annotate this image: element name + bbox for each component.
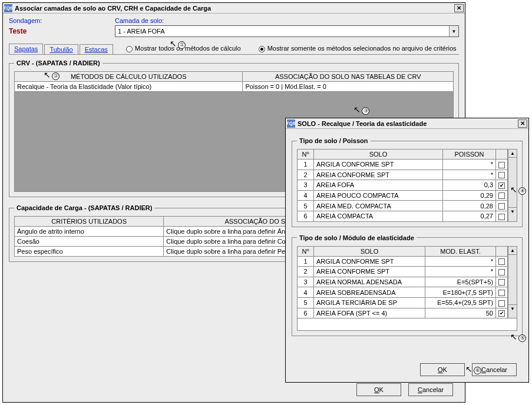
table-row[interactable]: 2AREIA CONFORME SPT* (298, 170, 508, 180)
cursor-icon: ↖③ (353, 105, 369, 115)
ok-button[interactable]: OK (420, 363, 465, 376)
checkbox[interactable]: ✔ (498, 182, 505, 189)
solo-title: SOLO - Recalque / Teoria da eslasticidad… (298, 120, 518, 127)
table-row[interactable]: 1ARGILA CONFORME SPT* (298, 160, 508, 170)
poisson-legend: Tipo de solo / Poisson (297, 137, 371, 144)
camada-label: Camada de solo: (115, 17, 459, 24)
checkbox[interactable] (498, 279, 505, 286)
table-row[interactable]: 1ARGILA CONFORME SPT* (298, 256, 508, 267)
poisson-table: Nº SOLO POISSON 1ARGILA CONFORME SPT* 2A… (297, 149, 508, 222)
close-icon[interactable]: ✕ (518, 119, 527, 128)
table-row[interactable]: 4AREIA POUCO COMPACTA0,29 (298, 190, 508, 201)
camada-value: 1 - AREIA FOFA (118, 28, 164, 35)
crv-h2: ASSOCIAÇÃO DO SOLO NAS TABELAS DE CRV (243, 72, 454, 82)
cursor-icon: ↖① (170, 39, 186, 49)
checkbox[interactable]: ✔ (498, 310, 505, 317)
cursor-icon: ↖⑥ (465, 364, 481, 374)
radio-selected-methods[interactable]: Mostrar somente os métodos selecionados … (259, 45, 457, 52)
tab-tubulao[interactable]: Tubulão (44, 44, 78, 54)
tab-estacas[interactable]: Estacas (80, 44, 113, 54)
table-row[interactable]: 5AREIA MED. COMPACTA0,28 (298, 201, 508, 211)
scroll-up-icon[interactable]: ▲ (508, 247, 517, 255)
checkbox[interactable] (498, 290, 505, 296)
table-row[interactable]: 6AREIA COMPACTA0,27 (298, 211, 508, 221)
poisson-group: Tipo de solo / Poisson Nº SOLO POISSON 1… (292, 137, 523, 227)
chevron-down-icon[interactable]: ▼ (449, 26, 458, 36)
close-icon[interactable]: ✕ (454, 4, 464, 12)
crv-method: Recalque - Teoria da Elasticidade (Valor… (15, 82, 243, 92)
cap-h1: CRITÉRIOS UTILIZADOS (15, 217, 164, 227)
checkbox[interactable] (498, 214, 505, 220)
crv-legend: CRV - (SAPATAS / RADIER) (14, 59, 103, 67)
checkbox[interactable] (498, 300, 505, 307)
tab-bar: Sapatas Tubulão Estacas Mostrar todos os… (9, 43, 459, 55)
app-icon: TQS (287, 119, 295, 128)
capacity-legend: Capacidade de Carga - (SAPATAS / RADIER) (14, 204, 154, 211)
sondagem-value: Teste (9, 27, 91, 35)
tab-sapatas[interactable]: Sapatas (9, 44, 43, 54)
checkbox[interactable] (498, 172, 505, 178)
checkbox[interactable] (498, 258, 505, 265)
table-row[interactable]: 4AREIA SOBREADENSADAE=180+(7,5 SPT) (298, 287, 508, 298)
scrollbar[interactable]: ▲ ▼ (508, 246, 517, 319)
checkbox[interactable] (498, 162, 505, 168)
solo-titlebar[interactable]: TQS SOLO - Recalque / Teoria da eslastic… (286, 118, 528, 129)
app-icon: TQS (4, 4, 12, 12)
main-title: Associar camadas de solo ao CRV, CRH e C… (15, 5, 454, 12)
crv-assoc: Poisson = 0 | Mód.Elast. = 0 (243, 82, 454, 92)
checkbox[interactable] (498, 269, 505, 275)
scroll-down-icon[interactable]: ▼ (508, 207, 517, 215)
cursor-icon: ↖⑤ (510, 332, 526, 342)
scroll-up-icon[interactable]: ▲ (508, 150, 517, 158)
crv-table: MÉTODOS DE CÁLCULO UTILIZADOS ASSOCIAÇÃO… (14, 71, 454, 92)
table-row[interactable]: 5ARGILA TERCIÁRIA DE SPE=55,4+(29,5 SPT) (298, 297, 508, 308)
table-row[interactable]: 2AREIA CONFORME SPT* (298, 267, 508, 277)
modulo-group: Tipo de solo / Módulo de elasticidade Nº… (292, 234, 523, 337)
checkbox[interactable] (498, 192, 505, 199)
camada-dropdown[interactable]: 1 - AREIA FOFA ▼ (115, 25, 459, 37)
scroll-down-icon[interactable]: ▼ (508, 304, 517, 313)
ok-button[interactable]: OK (356, 383, 401, 396)
modulo-input-strip[interactable] (297, 318, 517, 331)
modulo-table: Nº SOLO MOD. ELAST. 1ARGILA CONFORME SPT… (297, 246, 508, 319)
cursor-icon: ↖② (44, 70, 60, 80)
modulo-legend: Tipo de solo / Módulo de elasticidade (297, 234, 417, 241)
crv-row[interactable]: Recalque - Teoria da Elasticidade (Valor… (15, 82, 454, 92)
cursor-icon: ↖④ (510, 185, 526, 195)
checkbox[interactable] (498, 203, 505, 210)
table-row[interactable]: 6AREIA FOFA (SPT <= 4)50✔ (298, 308, 508, 318)
table-row[interactable]: 3AREIA NORMAL ADENSADAE=5(SPT+5) (298, 277, 508, 287)
cancel-button[interactable]: Cancelar (408, 383, 453, 396)
main-titlebar[interactable]: TQS Associar camadas de solo ao CRV, CRH… (3, 3, 465, 14)
solo-dialog: TQS SOLO - Recalque / Teoria da eslastic… (285, 118, 529, 383)
sondagem-label: Sondagem: (9, 17, 91, 24)
table-row[interactable]: 3AREIA FOFA0,3✔ (298, 180, 508, 191)
